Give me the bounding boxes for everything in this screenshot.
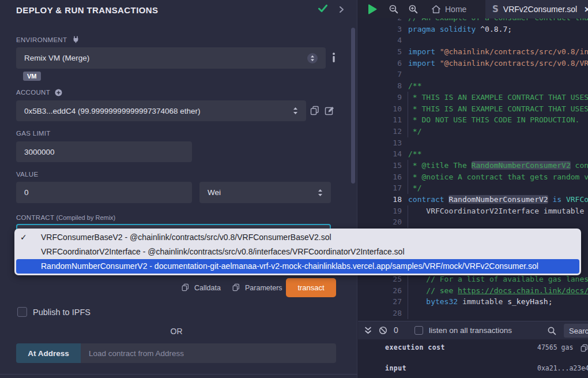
expand-terminal-chevrons-icon[interactable] [364,327,372,335]
environment-select[interactable]: Remix VM (Merge) [16,47,326,69]
code-line: 16 * @notice A contract that gets random… [358,171,588,183]
line-number: 5 [358,46,402,58]
code-line: 13 [358,137,588,149]
selected-check-icon: ✓ [20,230,27,245]
line-number: 15 [358,160,402,171]
terminal-row: input0xa21...a23e4 [358,364,588,373]
code-line: 11 * DO NOT USE THIS CODE IN PRODUCTION. [358,114,588,126]
terminal-output: execution cost47565 gasinput0xa21...a23e… [358,339,588,378]
zoom-in-icon[interactable] [409,5,418,14]
line-number: 17 [358,182,402,194]
code-line: 9 * THIS IS AN EXAMPLE CONTRACT THAT USE… [358,92,588,103]
line-number: 26 [358,285,402,297]
copy-account-icon[interactable] [310,106,319,115]
clear-console-icon[interactable] [379,326,387,335]
code-editor[interactable]: 2// An example of a consumer contract th… [358,18,588,321]
tab-active-label: VRFv2Consumer.sol [503,5,577,14]
terminal-row: execution cost47565 gas [358,343,588,353]
line-number: 3 [358,24,402,35]
value-unit-select[interactable]: Wei [199,182,331,203]
contract-option[interactable]: ✓VRFConsumerBaseV2 - @chainlink/contract… [16,230,579,245]
line-number: 13 [358,137,402,149]
at-address-button[interactable]: At Address [16,343,81,363]
code-line: 3pragma solidity ^0.8.7; [358,24,588,35]
panel-divider [0,374,357,375]
contract-option-label: VRFConsumerBaseV2 - @chainlink/contracts… [41,233,331,242]
environment-value: Remix VM (Merge) [24,54,89,62]
editor-tabbar: Home S VRFv2Consumer.sol ✕ [358,0,588,18]
code-line: 5import "@chainlink/contracts/src/v0.8/i… [358,46,588,58]
at-address-input[interactable] [81,343,336,363]
transaction-count: 0 [394,325,398,335]
add-account-plus-icon[interactable] [55,89,62,96]
publish-ipfs-checkbox[interactable] [17,307,27,317]
editor-region: Home S VRFv2Consumer.sol ✕ 2// An exampl… [358,0,588,378]
close-tab-icon[interactable]: ✕ [584,5,588,14]
edit-account-icon[interactable] [325,106,334,115]
value-label: VALUE [16,171,38,178]
environment-info-icon[interactable] [331,53,337,63]
code-line: 28 [358,308,588,319]
zoom-out-icon[interactable] [389,5,398,14]
panel-expand-chevron-icon[interactable] [339,6,344,13]
code-text: * @notice A contract that gets random va… [408,171,588,183]
line-number: 18 [358,194,402,205]
contract-option[interactable]: VRFCoordinatorV2Interface - @chainlink/c… [16,245,579,259]
line-number: 27 [358,296,402,308]
account-label: ACCOUNT [16,89,62,96]
code-line: 19 VRFCoordinatorV2Interface immutable C… [358,205,588,217]
terminal-search-icon[interactable] [548,327,556,335]
copy-value-icon[interactable] [581,344,588,352]
line-number: 19 [358,205,402,217]
run-script-play-icon[interactable] [368,4,377,14]
contract-sublabel: (Compiled by Remix) [56,214,116,221]
gas-limit-label: GAS LIMIT [16,130,51,137]
line-number: 14 [358,148,402,160]
account-value: 0x5B3...eddC4 (99.99999999999997374068 e… [24,107,201,115]
transact-button[interactable]: transact [286,278,336,297]
select-carets-icon [318,189,323,197]
copy-parameters-icon[interactable] [232,283,240,291]
code-text: /** [408,148,421,160]
code-text: pragma solidity ^0.8.7; [408,24,512,35]
line-number: 8 [358,80,402,92]
gas-limit-input[interactable] [16,141,192,162]
code-text: import "@chainlink/contracts/src/v0.8/VR… [408,58,588,69]
value-input[interactable] [16,182,192,203]
code-line: 8/** [358,80,588,92]
publish-ipfs-label: Publish to IPFS [33,308,91,317]
code-text: // see https://docs.chain.link/docs/vrf-… [408,285,588,297]
listen-all-transactions-checkbox[interactable] [414,326,423,335]
code-line: 26 // see https://docs.chain.link/docs/v… [358,285,588,297]
panel-scrollbar-thumb[interactable] [351,28,355,184]
copy-calldata-icon[interactable] [182,283,189,291]
line-number: 28 [358,308,402,319]
environment-label: ENVIRONMENT [16,36,80,43]
plug-icon [72,36,80,43]
code-text: /** [408,80,421,92]
select-carets-icon [307,53,318,63]
code-line: 7 [358,69,588,80]
code-line: 27 bytes32 immutable s_keyHash; [358,296,588,308]
code-line: 15 * @title The RandomNumberConsumerV2 c… [358,160,588,171]
line-number: 12 [358,126,402,137]
terminal-row-value: 0xa21...a23e4 [537,364,588,372]
code-text: VRFCoordinatorV2Interface immutable COOR… [408,205,588,217]
account-select[interactable]: 0x5B3...eddC4 (99.99999999999997374068 e… [16,100,306,121]
line-number: 6 [358,58,402,69]
code-text: contract RandomNumberConsumerV2 is VRFCo… [408,194,588,205]
code-text: * THIS IS AN EXAMPLE CONTRACT THAT USES … [408,92,588,103]
line-number: 11 [358,114,402,126]
line-number: 2 [358,18,402,24]
contract-option-label: RandomNumberConsumerV2 - documentation-g… [41,261,538,271]
code-line: 12 */ [358,126,588,137]
compile-success-check-icon [318,5,327,13]
parameters-label[interactable]: Parameters [245,284,282,292]
tab-vrfv2consumer[interactable]: S VRFv2Consumer.sol ✕ [485,0,588,18]
code-line: 2// An example of a consumer contract th… [358,18,588,24]
terminal-search-input[interactable] [564,324,588,338]
tab-home[interactable]: Home [423,0,480,18]
contract-option[interactable]: RandomNumberConsumerV2 - documentation-g… [16,259,579,274]
calldata-label[interactable]: Calldata [194,284,221,292]
contract-option-label: VRFCoordinatorV2Interface - @chainlink/c… [41,247,405,256]
